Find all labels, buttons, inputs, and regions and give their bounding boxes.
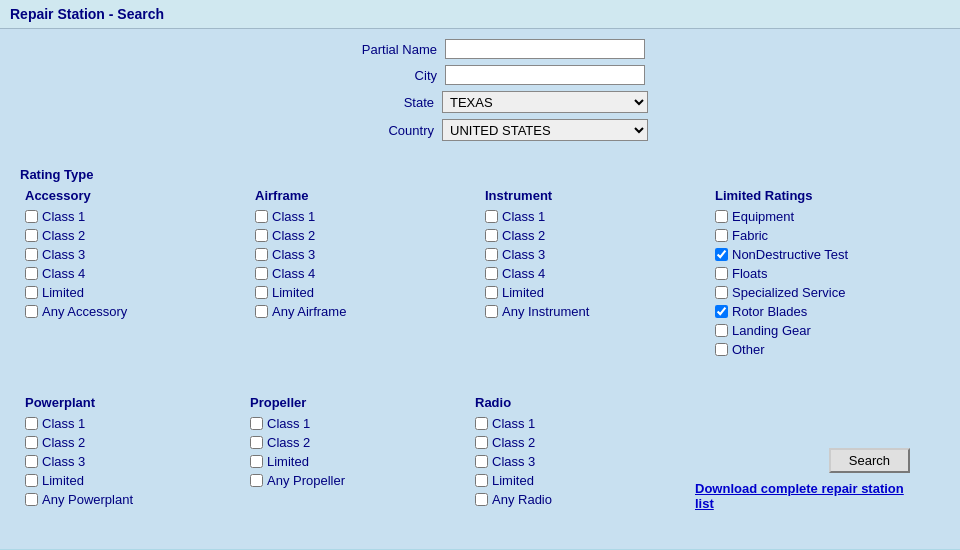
instrument-col: Instrument Class 1 Class 2 Class 3 Class… [480,188,710,361]
lr-equipment-checkbox[interactable] [715,210,728,223]
list-item: Limited [250,454,465,469]
list-item: Fabric [715,228,935,243]
download-link[interactable]: Download complete repair station list [695,481,910,511]
instrument-class3-checkbox[interactable] [485,248,498,261]
airframe-col: Airframe Class 1 Class 2 Class 3 Class 4… [250,188,480,361]
city-input[interactable] [445,65,645,85]
radio-header: Radio [475,395,690,410]
airframe-limited-checkbox[interactable] [255,286,268,299]
rating-grid-bottom: Powerplant Class 1 Class 2 Class 3 Limit… [20,395,940,511]
limited-ratings-header: Limited Ratings [715,188,935,203]
instrument-class4-checkbox[interactable] [485,267,498,280]
pp-any-checkbox[interactable] [25,493,38,506]
radio-class3-checkbox[interactable] [475,455,488,468]
lr-landinggear-label: Landing Gear [732,323,811,338]
prop-class1-checkbox[interactable] [250,417,263,430]
airframe-class1-checkbox[interactable] [255,210,268,223]
list-item: Class 4 [255,266,475,281]
instrument-any-checkbox[interactable] [485,305,498,318]
list-item: Class 3 [25,454,240,469]
lr-rotorblades-label: Rotor Blades [732,304,807,319]
list-item: Class 4 [485,266,705,281]
search-area: Search Download complete repair station … [695,395,940,511]
instrument-limited-label: Limited [502,285,544,300]
pp-class2-label: Class 2 [42,435,85,450]
accessory-class1-checkbox[interactable] [25,210,38,223]
list-item: Specialized Service [715,285,935,300]
city-row: City [20,65,940,85]
instrument-class4-label: Class 4 [502,266,545,281]
lr-specialized-checkbox[interactable] [715,286,728,299]
pp-class1-checkbox[interactable] [25,417,38,430]
accessory-class2-checkbox[interactable] [25,229,38,242]
prop-any-checkbox[interactable] [250,474,263,487]
list-item: Any Radio [475,492,690,507]
lr-equipment-label: Equipment [732,209,794,224]
airframe-class4-checkbox[interactable] [255,267,268,280]
radio-col: Radio Class 1 Class 2 Class 3 Limited An… [470,395,695,511]
list-item: Class 4 [25,266,245,281]
list-item: Equipment [715,209,935,224]
accessory-limited-checkbox[interactable] [25,286,38,299]
lr-fabric-checkbox[interactable] [715,229,728,242]
radio-any-label: Any Radio [492,492,552,507]
lr-floats-label: Floats [732,266,767,281]
airframe-any-checkbox[interactable] [255,305,268,318]
pp-class3-label: Class 3 [42,454,85,469]
airframe-class2-checkbox[interactable] [255,229,268,242]
instrument-class2-checkbox[interactable] [485,229,498,242]
state-select[interactable]: TEXAS ALABAMAALASKAARIZONA ARKANSASCALIF… [442,91,648,113]
radio-limited-checkbox[interactable] [475,474,488,487]
country-select[interactable]: UNITED STATES CANADA MEXICO OTHER [442,119,648,141]
radio-class1-checkbox[interactable] [475,417,488,430]
lr-nondestructive-checkbox[interactable] [715,248,728,261]
rating-grid-top: Accessory Class 1 Class 2 Class 3 Class … [20,188,940,361]
lr-other-checkbox[interactable] [715,343,728,356]
airframe-class2-label: Class 2 [272,228,315,243]
pp-class2-checkbox[interactable] [25,436,38,449]
pp-class3-checkbox[interactable] [25,455,38,468]
airframe-limited-label: Limited [272,285,314,300]
radio-any-checkbox[interactable] [475,493,488,506]
state-row: State TEXAS ALABAMAALASKAARIZONA ARKANSA… [20,91,940,113]
page-title: Repair Station - Search [0,0,960,29]
partial-name-input[interactable] [445,39,645,59]
list-item: Floats [715,266,935,281]
list-item: Landing Gear [715,323,935,338]
list-item: Any Instrument [485,304,705,319]
radio-class3-label: Class 3 [492,454,535,469]
lr-rotorblades-checkbox[interactable] [715,305,728,318]
list-item: Class 2 [250,435,465,450]
list-item: Limited [475,473,690,488]
powerplant-col: Powerplant Class 1 Class 2 Class 3 Limit… [20,395,245,511]
state-label: State [312,95,442,110]
accessory-class1-label: Class 1 [42,209,85,224]
list-item: Class 2 [475,435,690,450]
prop-limited-label: Limited [267,454,309,469]
instrument-limited-checkbox[interactable] [485,286,498,299]
lr-floats-checkbox[interactable] [715,267,728,280]
search-button[interactable]: Search [829,448,910,473]
accessory-class4-checkbox[interactable] [25,267,38,280]
instrument-class1-checkbox[interactable] [485,210,498,223]
list-item: Class 2 [485,228,705,243]
pp-limited-checkbox[interactable] [25,474,38,487]
list-item: Class 3 [485,247,705,262]
accessory-any-checkbox[interactable] [25,305,38,318]
accessory-class3-checkbox[interactable] [25,248,38,261]
lr-landinggear-checkbox[interactable] [715,324,728,337]
instrument-class3-label: Class 3 [502,247,545,262]
propeller-col: Propeller Class 1 Class 2 Limited Any Pr… [245,395,470,511]
accessory-class2-label: Class 2 [42,228,85,243]
instrument-class2-label: Class 2 [502,228,545,243]
list-item: Limited [25,473,240,488]
pp-any-label: Any Powerplant [42,492,133,507]
list-item: Class 1 [485,209,705,224]
radio-class2-checkbox[interactable] [475,436,488,449]
list-item: Limited [255,285,475,300]
prop-class2-checkbox[interactable] [250,436,263,449]
prop-limited-checkbox[interactable] [250,455,263,468]
list-item: Any Airframe [255,304,475,319]
lr-fabric-label: Fabric [732,228,768,243]
airframe-class3-checkbox[interactable] [255,248,268,261]
